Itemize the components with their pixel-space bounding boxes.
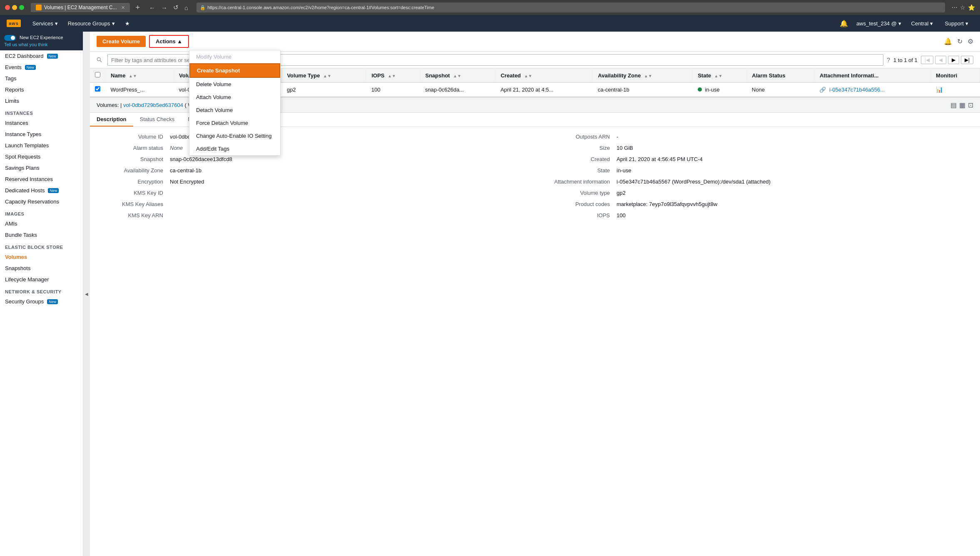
reports-label: Reports	[5, 87, 24, 93]
view-table-icon[interactable]: ▦	[959, 101, 965, 109]
aws-nav-right: 🔔 aws_test_234 @ ▾ Central ▾ Support ▾	[836, 15, 973, 32]
next-page-button[interactable]: ▶	[948, 56, 959, 64]
details-volume-id-link[interactable]: vol-0dbd729b5ed637604	[123, 102, 183, 108]
sidebar-item-bundle-tasks[interactable]: Bundle Tasks	[0, 229, 83, 241]
bookmark-icon[interactable]: ☆	[960, 4, 965, 11]
detail-created: Created April 21, 2020 at 4:56:45 PM UTC…	[543, 156, 973, 162]
forward-button[interactable]: →	[159, 3, 169, 12]
monitoring-icon[interactable]: 📊	[936, 86, 943, 93]
dropdown-attach-volume[interactable]: Attach Volume	[189, 91, 280, 104]
refresh-toolbar-icon[interactable]: ↻	[957, 37, 963, 45]
col-alarm-status[interactable]: Alarm Status	[747, 69, 815, 82]
resource-groups-nav-button[interactable]: Resource Groups ▾	[63, 15, 120, 32]
sidebar-item-limits[interactable]: Limits	[0, 95, 83, 107]
view-list-icon[interactable]: ▤	[950, 101, 957, 109]
col-monitoring[interactable]: Monitori	[931, 69, 980, 82]
snapshot-value[interactable]: snap-0c626dacee13dfcd8	[170, 156, 232, 162]
user-menu[interactable]: aws_test_234 @ ▾	[853, 20, 905, 27]
support-button[interactable]: Support ▾	[940, 15, 973, 32]
dot-yellow[interactable]	[12, 5, 17, 10]
col-state[interactable]: State ▲▼	[693, 69, 747, 82]
bell-icon[interactable]: 🔔	[836, 20, 851, 27]
row-checkbox[interactable]	[95, 86, 100, 92]
row-attachment-link[interactable]: i-05e347c71b46a556...	[829, 87, 885, 93]
dropdown-add-edit-tags[interactable]: Add/Edit Tags	[189, 142, 280, 155]
sidebar-item-tags[interactable]: Tags	[0, 73, 83, 84]
last-page-button[interactable]: ▶|	[961, 56, 973, 64]
tell-link[interactable]: Tell us what you think	[4, 42, 79, 47]
row-name: WordPress_...	[106, 82, 174, 97]
detach-volume-label: Detach Volume	[196, 107, 233, 113]
iops-sort-icon: ▲▼	[388, 74, 396, 78]
dropdown-change-auto-io[interactable]: Change Auto-Enable IO Setting	[189, 129, 280, 142]
dropdown-create-snapshot[interactable]: Create Snapshot	[189, 63, 280, 78]
tab-description[interactable]: Description	[90, 113, 133, 127]
dot-red[interactable]	[5, 5, 10, 10]
first-page-button[interactable]: |◀	[921, 56, 933, 64]
instance-types-label: Instance Types	[5, 131, 41, 137]
extensions-icon[interactable]: ⋯	[952, 4, 958, 11]
sidebar-item-launch-templates[interactable]: Launch Templates	[0, 140, 83, 151]
dropdown-delete-volume[interactable]: Delete Volume	[189, 78, 280, 91]
col-attachment[interactable]: Attachment Informati...	[814, 69, 930, 82]
sidebar-item-ec2-dashboard[interactable]: EC2 Dashboard New	[0, 50, 83, 62]
sidebar-item-lifecycle-manager[interactable]: Lifecycle Manager	[0, 274, 83, 285]
dropdown-detach-volume[interactable]: Detach Volume	[189, 104, 280, 117]
sidebar-item-volumes[interactable]: Volumes	[0, 251, 83, 263]
tab-close-button[interactable]: ✕	[121, 5, 125, 10]
services-nav-button[interactable]: Services ▾	[27, 15, 63, 32]
bell-toolbar-icon[interactable]: 🔔	[944, 37, 952, 45]
sidebar-item-savings-plans[interactable]: Savings Plans	[0, 162, 83, 174]
instances-label: Instances	[5, 120, 28, 126]
sidebar-item-security-groups[interactable]: Security Groups New	[0, 296, 83, 307]
attachment-value[interactable]: i-05e347c71b46a5567 (WordPress_Demo):/de…	[617, 179, 771, 185]
sidebar-item-instances[interactable]: Instances	[0, 117, 83, 129]
svg-point-0	[97, 57, 100, 61]
sidebar-item-dedicated-hosts[interactable]: Dedicated Hosts New	[0, 185, 83, 196]
create-volume-button[interactable]: Create Volume	[97, 36, 146, 47]
region-button[interactable]: Central ▾	[906, 15, 938, 32]
details-left-col: Volume ID vol-0dbd729b5ed637604 Alarm st…	[97, 134, 527, 223]
sidebar-item-reports[interactable]: Reports	[0, 84, 83, 95]
browser-tab[interactable]: Volumes | EC2 Management C... ✕	[31, 3, 130, 12]
refresh-button[interactable]: ↺	[172, 3, 180, 12]
col-availability-zone[interactable]: Availability Zone ▲▼	[593, 69, 693, 82]
col-created[interactable]: Created ▲▼	[495, 69, 593, 82]
volume-type-value: gp2	[617, 190, 626, 196]
back-button[interactable]: ←	[147, 3, 157, 12]
url-bar[interactable]: 🔒 https://ca-central-1.console.aws.amazo…	[196, 2, 945, 12]
col-name[interactable]: Name ▲▼	[106, 69, 174, 82]
change-auto-io-label: Change Auto-Enable IO Setting	[196, 133, 271, 139]
row-az-value: ca-central-1b	[598, 87, 629, 93]
tags-label: Tags	[5, 75, 16, 82]
dot-green[interactable]	[19, 5, 24, 10]
sidebar-item-capacity-reservations[interactable]: Capacity Reservations	[0, 196, 83, 207]
settings-toolbar-icon[interactable]: ⚙	[968, 37, 973, 45]
prev-page-button[interactable]: ◀	[935, 56, 946, 64]
home-button[interactable]: ⌂	[183, 3, 190, 12]
filter-help-icon[interactable]: ?	[887, 57, 890, 63]
tab-status-checks-label: Status Checks	[140, 116, 175, 122]
sidebar-item-amis[interactable]: AMIs	[0, 218, 83, 229]
sidebar-item-instance-types[interactable]: Instance Types	[0, 129, 83, 140]
ebs-section-label: ELASTIC BLOCK STORE	[5, 245, 63, 250]
new-experience-toggle[interactable]	[4, 35, 16, 41]
view-expand-icon[interactable]: ⊡	[968, 101, 973, 109]
col-snapshot[interactable]: Snapshot ▲▼	[420, 69, 495, 82]
col-iops[interactable]: IOPS ▲▼	[366, 69, 420, 82]
sidebar-toggle[interactable]: ◀	[83, 32, 90, 556]
new-tab-button[interactable]: +	[136, 3, 140, 12]
sidebar-item-events[interactable]: Events New	[0, 62, 83, 73]
bookmark-nav-button[interactable]: ★	[120, 15, 135, 32]
actions-button[interactable]: Actions ▲	[149, 35, 189, 48]
sidebar-item-reserved-instances[interactable]: Reserved Instances	[0, 174, 83, 185]
col-volume-type[interactable]: Volume Type ▲▼	[282, 69, 366, 82]
resource-groups-chevron-icon: ▾	[112, 20, 115, 27]
tab-status-checks[interactable]: Status Checks	[133, 113, 182, 127]
sidebar-item-snapshots[interactable]: Snapshots	[0, 263, 83, 274]
sidebar-item-spot-requests[interactable]: Spot Requests	[0, 151, 83, 162]
dropdown-force-detach[interactable]: Force Detach Volume	[189, 117, 280, 129]
dropdown-modify-volume[interactable]: Modify Volume	[189, 50, 280, 63]
star-icon[interactable]: ⭐	[968, 4, 975, 11]
select-all-checkbox[interactable]	[95, 72, 100, 77]
